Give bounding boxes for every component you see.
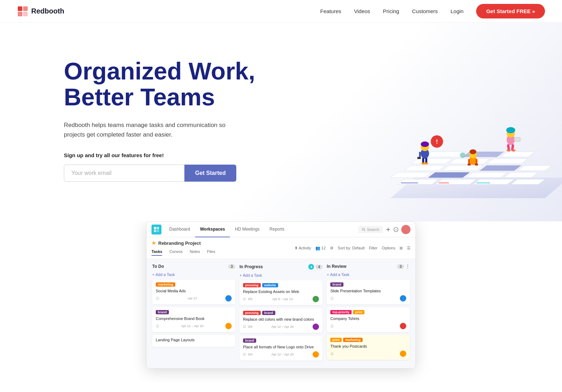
nav-link-pricing[interactable]: Pricing <box>383 8 399 14</box>
svg-point-26 <box>421 148 429 159</box>
app-tab-reports[interactable]: Reports <box>265 222 290 237</box>
nav-logo[interactable]: Redbooth <box>17 6 64 17</box>
svg-text:11: 11 <box>331 353 333 355</box>
nav-link-login[interactable]: Login <box>451 8 464 14</box>
svg-marker-22 <box>500 152 535 157</box>
task-meta: 2 <box>330 297 334 300</box>
svg-marker-6 <box>435 179 476 184</box>
svg-rect-40 <box>468 159 470 164</box>
svg-text:1: 1 <box>157 298 158 300</box>
task-title: Comprehensive Brand Book <box>156 316 232 321</box>
star-icon[interactable]: ★ <box>151 240 156 246</box>
view-list-icon[interactable]: ☰ <box>407 246 411 250</box>
svg-rect-41 <box>476 159 478 164</box>
hero-content: Organized Work, Better Teams Redbooth he… <box>64 51 255 182</box>
add-task-todo[interactable]: +Add a Task <box>152 272 235 277</box>
app-tab-workspaces[interactable]: Workspaces <box>195 222 230 237</box>
svg-marker-4 <box>391 177 562 198</box>
project-title: ★ Rebranding Project <box>151 240 215 246</box>
task-tags: pressing website <box>243 283 319 287</box>
tag-website: website <box>262 283 278 287</box>
col-options-icon[interactable]: ⋮ <box>406 264 410 269</box>
svg-text:!: ! <box>436 138 438 145</box>
table-row: top-priority print Company Tshirts 9 <box>327 307 410 332</box>
svg-marker-18 <box>449 159 490 164</box>
tag-brand: brand <box>243 338 256 343</box>
help-icon[interactable]: ? <box>393 227 398 232</box>
filter-control[interactable]: Filter <box>369 246 378 250</box>
logo-icon <box>17 6 28 17</box>
kanban-col-todo: To Do 3 +Add a Task marketing Social Med… <box>150 264 237 363</box>
add-task-inreview[interactable]: +Add a Task <box>327 272 410 277</box>
svg-rect-55 <box>154 230 156 232</box>
svg-rect-24 <box>439 182 449 183</box>
svg-rect-29 <box>419 152 421 159</box>
hero-illustration: ! <box>349 40 562 204</box>
plus-icon[interactable] <box>386 227 391 232</box>
tag-brand: brand <box>262 311 275 315</box>
col-inreview-count: 3 <box>397 264 404 269</box>
project-header: ★ Rebranding Project Tasks Convos Notes … <box>147 237 415 259</box>
task-avatar <box>313 324 319 330</box>
svg-point-52 <box>511 149 516 151</box>
hero-section: Organized Work, Better Teams Redbooth he… <box>0 23 562 221</box>
svg-marker-14 <box>442 166 483 171</box>
settings-icon[interactable]: ⚙ <box>330 246 334 250</box>
tag-print: print <box>330 338 342 342</box>
hero-heading: Organized Work, Better Teams <box>64 58 255 110</box>
task-meta: ☑ 0/4 <box>243 353 253 356</box>
task-title: Social Media Ads <box>156 289 232 293</box>
nav-link-features[interactable]: Features <box>320 8 341 14</box>
kanban-board: To Do 3 +Add a Task marketing Social Med… <box>147 259 415 368</box>
email-input[interactable] <box>64 165 184 182</box>
task-tags: print marketing <box>330 338 406 342</box>
project-tab-notes[interactable]: Notes <box>190 248 200 256</box>
sort-control[interactable]: Sort by: Default <box>338 246 365 250</box>
svg-marker-9 <box>391 172 432 178</box>
task-date: Apr 12 – Apr 20 <box>271 325 294 328</box>
add-task-inprogress[interactable]: +Add a Task <box>239 273 323 277</box>
app-tab-hdmeetings[interactable]: HD Meetings <box>230 222 264 237</box>
project-tab-convos[interactable]: Convos <box>169 248 182 256</box>
app-search[interactable]: Search <box>358 226 383 233</box>
app-logo <box>151 225 161 234</box>
task-date: Apr 27 <box>188 297 197 300</box>
svg-rect-49 <box>507 144 510 150</box>
tag-brand: brand <box>330 282 343 287</box>
task-meta: 11 <box>330 352 334 355</box>
svg-marker-12 <box>504 172 538 178</box>
options-control[interactable]: Options <box>382 246 395 250</box>
hero-form: Get Started <box>64 165 255 182</box>
task-footer: 2 <box>330 295 406 302</box>
nav-link-customers[interactable]: Customers <box>412 8 438 14</box>
svg-point-34 <box>425 162 428 165</box>
svg-marker-11 <box>466 172 507 178</box>
tag-marketing: marketing <box>343 338 363 342</box>
svg-marker-20 <box>425 152 466 157</box>
task-meta: ☑ 0/5 <box>243 297 253 301</box>
svg-marker-21 <box>463 152 504 157</box>
tag-marketing: marketing <box>156 282 175 287</box>
svg-point-42 <box>468 164 471 166</box>
user-avatar[interactable] <box>401 225 411 234</box>
app-tab-dashboard[interactable]: Dashboard <box>164 222 195 237</box>
svg-rect-53 <box>154 227 156 229</box>
get-started-button[interactable]: Get Started <box>184 165 236 182</box>
nav-link-videos[interactable]: Videos <box>354 8 370 14</box>
task-avatar <box>225 323 232 329</box>
task-avatar <box>313 296 319 302</box>
task-title: Replace old colors with new brand colors <box>243 317 319 321</box>
task-title: Thank you Postcards <box>330 344 406 348</box>
project-tabs: Tasks Convos Notes Files <box>151 248 215 256</box>
task-footer: ☑ 0/4 Apr 12 – Apr 20 <box>243 351 319 358</box>
project-tab-tasks[interactable]: Tasks <box>151 248 162 256</box>
svg-marker-13 <box>404 166 445 171</box>
svg-rect-3 <box>23 12 28 16</box>
app-header-right: Search ? <box>358 225 411 234</box>
view-grid-icon[interactable]: ⊞ <box>400 246 403 250</box>
nav-cta-button[interactable]: Get Started FREE » <box>476 4 545 18</box>
project-tab-files[interactable]: Files <box>207 248 215 256</box>
task-title: Replace Existing Assets on Web <box>243 289 319 294</box>
screenshot-section: Dashboard Workspaces HD Meetings Reports… <box>0 221 562 383</box>
tag-pressing: pressing <box>243 283 261 287</box>
